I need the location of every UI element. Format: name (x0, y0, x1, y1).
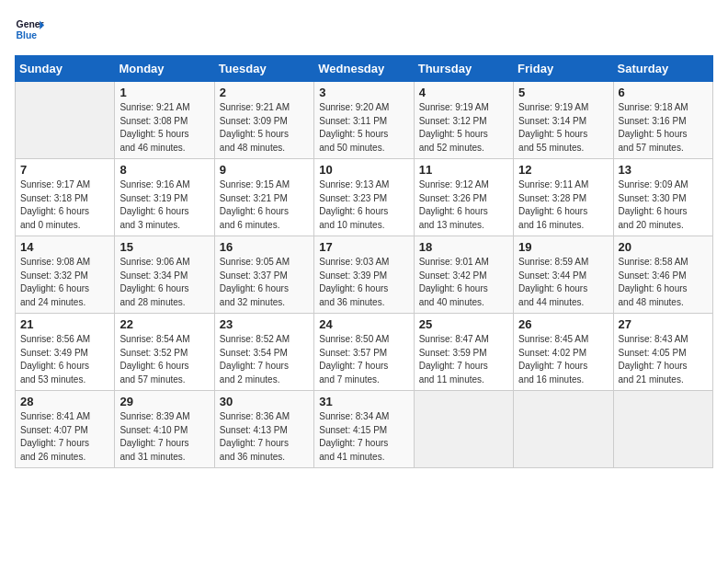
calendar-cell: 15Sunrise: 9:06 AM Sunset: 3:34 PM Dayli… (115, 236, 214, 314)
day-number: 29 (119, 395, 209, 408)
day-detail: Sunrise: 9:20 AM Sunset: 3:11 PM Dayligh… (319, 101, 408, 155)
day-detail: Sunrise: 9:03 AM Sunset: 3:39 PM Dayligh… (319, 256, 408, 309)
day-detail: Sunrise: 8:43 AM Sunset: 4:05 PM Dayligh… (619, 333, 708, 386)
day-number: 21 (20, 317, 109, 331)
calendar-cell: 11Sunrise: 9:12 AM Sunset: 3:26 PM Dayli… (414, 159, 513, 236)
calendar-cell: 7Sunrise: 9:17 AM Sunset: 3:18 PM Daylig… (16, 159, 115, 236)
calendar-cell: 27Sunrise: 8:43 AM Sunset: 4:05 PM Dayli… (613, 314, 712, 391)
calendar-cell: 12Sunrise: 9:11 AM Sunset: 3:28 PM Dayli… (514, 159, 613, 236)
day-number: 30 (220, 395, 309, 408)
day-detail: Sunrise: 9:19 AM Sunset: 3:12 PM Dayligh… (419, 101, 508, 155)
day-detail: Sunrise: 9:13 AM Sunset: 3:23 PM Dayligh… (319, 178, 408, 232)
day-number: 16 (220, 240, 309, 254)
weekday-header-wednesday: Wednesday (314, 56, 414, 82)
day-number: 9 (220, 163, 309, 177)
day-number: 18 (419, 240, 508, 254)
weekday-header-row: SundayMondayTuesdayWednesdayThursdayFrid… (16, 56, 713, 82)
day-number: 8 (119, 163, 209, 177)
day-detail: Sunrise: 9:09 AM Sunset: 3:30 PM Dayligh… (619, 178, 708, 232)
day-number: 6 (619, 86, 708, 99)
day-detail: Sunrise: 9:12 AM Sunset: 3:26 PM Dayligh… (419, 178, 508, 232)
calendar-cell: 24Sunrise: 8:50 AM Sunset: 3:57 PM Dayli… (314, 314, 414, 391)
day-detail: Sunrise: 8:56 AM Sunset: 3:49 PM Dayligh… (20, 333, 109, 386)
calendar-cell: 1Sunrise: 9:21 AM Sunset: 3:08 PM Daylig… (115, 82, 214, 159)
weekday-header-sunday: Sunday (16, 56, 115, 82)
calendar-cell: 26Sunrise: 8:45 AM Sunset: 4:02 PM Dayli… (514, 314, 613, 391)
day-detail: Sunrise: 9:06 AM Sunset: 3:34 PM Dayligh… (119, 256, 209, 309)
day-number: 31 (319, 395, 408, 408)
weekday-header-monday: Monday (115, 56, 214, 82)
weekday-header-saturday: Saturday (613, 56, 712, 82)
week-row-1: 1Sunrise: 9:21 AM Sunset: 3:08 PM Daylig… (16, 82, 713, 159)
week-row-5: 28Sunrise: 8:41 AM Sunset: 4:07 PM Dayli… (16, 391, 713, 468)
day-number: 19 (518, 240, 608, 254)
day-number: 22 (119, 317, 209, 331)
day-detail: Sunrise: 9:11 AM Sunset: 3:28 PM Dayligh… (518, 178, 608, 232)
calendar-cell: 28Sunrise: 8:41 AM Sunset: 4:07 PM Dayli… (16, 391, 115, 468)
calendar-cell: 31Sunrise: 8:34 AM Sunset: 4:15 PM Dayli… (314, 391, 414, 468)
day-detail: Sunrise: 9:08 AM Sunset: 3:32 PM Dayligh… (20, 256, 109, 309)
calendar-cell: 6Sunrise: 9:18 AM Sunset: 3:16 PM Daylig… (613, 82, 712, 159)
calendar-cell: 21Sunrise: 8:56 AM Sunset: 3:49 PM Dayli… (16, 314, 115, 391)
week-row-4: 21Sunrise: 8:56 AM Sunset: 3:49 PM Dayli… (16, 314, 713, 391)
day-number: 2 (220, 86, 309, 99)
day-number: 23 (220, 317, 309, 331)
calendar-cell: 19Sunrise: 8:59 AM Sunset: 3:44 PM Dayli… (514, 236, 613, 314)
day-detail: Sunrise: 8:59 AM Sunset: 3:44 PM Dayligh… (518, 256, 608, 309)
calendar-cell: 16Sunrise: 9:05 AM Sunset: 3:37 PM Dayli… (214, 236, 313, 314)
logo: General Blue (15, 15, 44, 44)
day-detail: Sunrise: 9:19 AM Sunset: 3:14 PM Dayligh… (518, 101, 608, 155)
day-number: 3 (319, 86, 408, 99)
calendar-cell: 22Sunrise: 8:54 AM Sunset: 3:52 PM Dayli… (115, 314, 214, 391)
calendar-cell: 3Sunrise: 9:20 AM Sunset: 3:11 PM Daylig… (314, 82, 414, 159)
calendar-cell: 18Sunrise: 9:01 AM Sunset: 3:42 PM Dayli… (414, 236, 513, 314)
day-number: 7 (20, 163, 109, 177)
logo-icon: General Blue (15, 15, 44, 44)
day-detail: Sunrise: 8:47 AM Sunset: 3:59 PM Dayligh… (419, 333, 508, 386)
calendar-cell: 4Sunrise: 9:19 AM Sunset: 3:12 PM Daylig… (414, 82, 513, 159)
day-number: 5 (518, 86, 608, 99)
day-number: 17 (319, 240, 408, 254)
calendar-cell: 20Sunrise: 8:58 AM Sunset: 3:46 PM Dayli… (613, 236, 712, 314)
day-number: 26 (518, 317, 608, 331)
day-number: 20 (619, 240, 708, 254)
day-detail: Sunrise: 8:52 AM Sunset: 3:54 PM Dayligh… (220, 333, 309, 386)
day-number: 27 (619, 317, 708, 331)
day-detail: Sunrise: 9:17 AM Sunset: 3:18 PM Dayligh… (20, 178, 109, 232)
day-detail: Sunrise: 8:50 AM Sunset: 3:57 PM Dayligh… (319, 333, 408, 386)
weekday-header-tuesday: Tuesday (214, 56, 313, 82)
calendar-cell (414, 391, 513, 468)
day-number: 25 (419, 317, 508, 331)
calendar-cell: 17Sunrise: 9:03 AM Sunset: 3:39 PM Dayli… (314, 236, 414, 314)
calendar-cell (514, 391, 613, 468)
day-number: 24 (319, 317, 408, 331)
day-detail: Sunrise: 9:21 AM Sunset: 3:09 PM Dayligh… (220, 101, 309, 155)
day-number: 4 (419, 86, 508, 99)
weekday-header-friday: Friday (514, 56, 613, 82)
calendar-cell: 5Sunrise: 9:19 AM Sunset: 3:14 PM Daylig… (514, 82, 613, 159)
calendar-cell: 14Sunrise: 9:08 AM Sunset: 3:32 PM Dayli… (16, 236, 115, 314)
calendar-cell: 10Sunrise: 9:13 AM Sunset: 3:23 PM Dayli… (314, 159, 414, 236)
calendar-cell (613, 391, 712, 468)
day-detail: Sunrise: 8:58 AM Sunset: 3:46 PM Dayligh… (619, 256, 708, 309)
calendar-cell: 9Sunrise: 9:15 AM Sunset: 3:21 PM Daylig… (214, 159, 313, 236)
day-number: 15 (119, 240, 209, 254)
day-number: 28 (20, 395, 109, 408)
day-number: 12 (518, 163, 608, 177)
calendar-cell: 25Sunrise: 8:47 AM Sunset: 3:59 PM Dayli… (414, 314, 513, 391)
day-detail: Sunrise: 9:18 AM Sunset: 3:16 PM Dayligh… (619, 101, 708, 155)
page-header: General Blue (15, 15, 713, 44)
day-detail: Sunrise: 8:41 AM Sunset: 4:07 PM Dayligh… (20, 410, 109, 464)
day-detail: Sunrise: 8:39 AM Sunset: 4:10 PM Dayligh… (119, 410, 209, 464)
calendar-cell: 8Sunrise: 9:16 AM Sunset: 3:19 PM Daylig… (115, 159, 214, 236)
calendar-table: SundayMondayTuesdayWednesdayThursdayFrid… (15, 55, 713, 468)
day-detail: Sunrise: 9:15 AM Sunset: 3:21 PM Dayligh… (220, 178, 309, 232)
day-number: 13 (619, 163, 708, 177)
week-row-3: 14Sunrise: 9:08 AM Sunset: 3:32 PM Dayli… (16, 236, 713, 314)
day-number: 10 (319, 163, 408, 177)
calendar-cell: 29Sunrise: 8:39 AM Sunset: 4:10 PM Dayli… (115, 391, 214, 468)
day-number: 1 (119, 86, 209, 99)
calendar-cell: 2Sunrise: 9:21 AM Sunset: 3:09 PM Daylig… (214, 82, 313, 159)
day-detail: Sunrise: 8:45 AM Sunset: 4:02 PM Dayligh… (518, 333, 608, 386)
day-number: 11 (419, 163, 508, 177)
